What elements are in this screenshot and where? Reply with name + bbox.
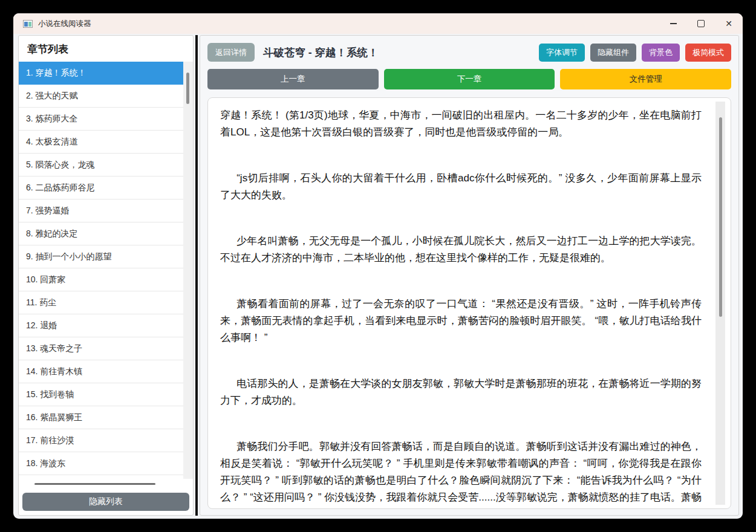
close-button[interactable]: ✕ [715,13,743,34]
toolbar-button-1[interactable]: 字体调节 [539,44,585,62]
chapter-item-10[interactable]: 10. 回萧家 [19,268,183,291]
chapter-item-4[interactable]: 4. 太极玄清道 [19,131,183,154]
chapter-list-horizontal-scrollbar-thumb[interactable] [34,483,155,485]
paragraph-4: 萧畅看着面前的屏幕，过了一会无奈的叹了一口气道： “果然还是没有晋级。” 这时，… [220,296,702,346]
chapter-list-horizontal-scrollbar[interactable] [19,479,183,488]
chapter-list-vertical-scrollbar[interactable] [183,62,193,479]
chapter-item-6[interactable]: 6. 二品炼药师谷尼 [19,177,183,199]
chapter-title: 斗破苍穹 - 穿越！系统！ [263,45,379,60]
minimize-button[interactable] [659,13,687,34]
reader-panel: 返回详情 斗破苍穹 - 穿越！系统！ 字体调节隐藏组件背景色极简模式 上一章 下… [200,35,739,516]
chapter-item-1[interactable]: 1. 穿越！系统！ [19,62,183,85]
chapter-item-12[interactable]: 12. 退婚 [19,314,183,337]
chapter-item-7[interactable]: 7. 强势逼婚 [19,199,183,222]
app-window: 小说在线阅读器 ✕ 章节列表 1. 穿越！系统！2. 强大的天赋3. 炼药师大全… [13,13,743,519]
novel-text: 穿越！系统！ (第1/3页)地球，华夏，中海市，一间破旧的出租屋内。一名二十多岁… [220,107,702,504]
toolbar-button-4[interactable]: 极简模式 [685,44,731,62]
chapter-item-17[interactable]: 17. 前往沙漠 [19,429,183,452]
maximize-button[interactable] [687,13,715,34]
window-title: 小说在线阅读器 [38,19,91,29]
next-chapter-button[interactable]: 下一章 [384,69,555,89]
close-icon: ✕ [725,19,732,28]
prev-chapter-button[interactable]: 上一章 [207,69,379,89]
chapter-item-11[interactable]: 11. 药尘 [19,291,183,314]
hide-list-button[interactable]: 隐藏列表 [22,493,189,511]
toolbar-button-3[interactable]: 背景色 [642,44,680,62]
chapter-item-18[interactable]: 18. 海波东 [19,452,183,475]
paragraph-1: 穿越！系统！ (第1/3页)地球，华夏，中海市，一间破旧的出租屋内。一名二十多岁… [220,107,702,141]
chapter-scroll-area: 1. 穿越！系统！2. 强大的天赋3. 炼药师大全4. 太极玄清道5. 陨落心炎… [19,62,183,479]
chapter-item-3[interactable]: 3. 炼药师大全 [19,108,183,131]
reader-toolbar: 字体调节隐藏组件背景色极简模式 [539,44,731,62]
chapter-item-13[interactable]: 13. 魂天帝之子 [19,337,183,360]
chapter-item-14[interactable]: 14. 前往青木镇 [19,360,183,383]
app-body: 章节列表 1. 穿越！系统！2. 强大的天赋3. 炼药师大全4. 太极玄清道5.… [13,34,743,519]
reader-content-card: 穿越！系统！ (第1/3页)地球，华夏，中海市，一间破旧的出租屋内。一名二十多岁… [207,97,731,509]
reader-vertical-scrollbar[interactable] [715,102,725,505]
reader-vertical-scrollbar-thumb[interactable] [719,117,722,317]
paragraph-3: 少年名叫萧畅，无父无母是一个孤儿，小时候在孤儿院长大，然后又一边打工一边上学的把… [220,233,702,267]
chapter-item-9[interactable]: 9. 抽到一个小小的愿望 [19,245,183,268]
paragraph-5: 电话那头的人，是萧畅在大学谈的女朋友郭敏，郭敏大学时是萧畅那班的班花，在萧畅将近… [220,375,702,409]
toolbar-button-2[interactable]: 隐藏组件 [590,44,636,62]
chapter-item-5[interactable]: 5. 陨落心炎，龙魂 [19,154,183,177]
app-icon [23,20,33,28]
window-controls: ✕ [659,13,743,34]
paragraph-6: 萧畅我们分手吧。郭敏并没有回答萧畅话，而是自顾自的说道。萧畅听到这话并没有漏出难… [220,438,702,504]
titlebar: 小说在线阅读器 ✕ [13,13,743,34]
chapter-list: 1. 穿越！系统！2. 强大的天赋3. 炼药师大全4. 太极玄清道5. 陨落心炎… [19,62,193,488]
chapter-sidebar: 章节列表 1. 穿越！系统！2. 强大的天赋3. 炼药师大全4. 太极玄清道5.… [18,35,194,516]
back-to-details-button[interactable]: 返回详情 [207,43,255,62]
reader-header: 返回详情 斗破苍穹 - 穿越！系统！ 字体调节隐藏组件背景色极简模式 [207,43,731,62]
chapter-item-8[interactable]: 8. 雅妃的决定 [19,222,183,245]
chapter-list-vertical-scrollbar-thumb[interactable] [186,73,189,104]
chapter-list-heading: 章节列表 [19,36,193,62]
chapter-item-16[interactable]: 16. 紫晶翼狮王 [19,406,183,429]
paragraph-2: “js切后排啊，石头人你的大留着干什么用，卧槽adc你什么时候死的。” 没多久，… [220,170,702,204]
chapter-nav: 上一章 下一章 文件管理 [207,69,731,89]
chapter-item-2[interactable]: 2. 强大的天赋 [19,85,183,108]
chapter-item-15[interactable]: 15. 找到卷轴 [19,383,183,406]
minimize-icon [670,23,677,24]
maximize-icon [697,20,705,27]
panel-splitter [195,35,198,516]
file-manager-button[interactable]: 文件管理 [560,69,731,89]
